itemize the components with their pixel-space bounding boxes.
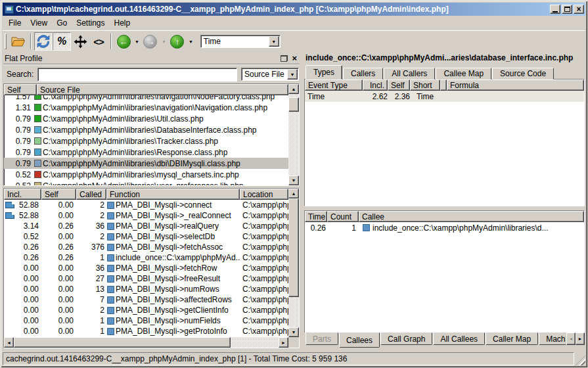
close-button[interactable]: × [574,5,584,14]
column-header-count[interactable]: Count [327,211,359,222]
cycle-event-button[interactable] [34,32,53,51]
forward-button[interactable]: → [141,32,160,51]
column-header-self[interactable]: Self [41,189,76,200]
maximize-button[interactable] [562,5,572,14]
up-dropdown-icon[interactable]: ▼ [187,39,195,44]
function-list-scrollbar[interactable]: ▲ ▼ [288,189,299,337]
tab-callers[interactable]: Callers [343,68,383,80]
scrollbar-thumb[interactable] [288,198,299,297]
file-row[interactable]: 0.52C:\xampp\phpMyAdmin\libraries\mysql_… [4,169,288,180]
file-list-scrollbar[interactable]: ▲ ▼ [288,84,299,185]
menu-settings[interactable]: Settings [72,16,109,30]
tab-scroll-right-icon[interactable]: ► [576,333,585,345]
function-row[interactable]: 0.000.0027PMA_DBI_Mysqli->freeResultC:\x… [4,273,288,284]
menu-view[interactable]: View [26,16,52,30]
toolbar-drag-handle[interactable] [5,34,7,49]
minimize-button[interactable] [550,5,560,14]
file-row[interactable]: 0.52C:\xampp\phpMyAdmin\libraries\user_p… [4,180,288,185]
function-row[interactable]: 52.880.002PMA_DBI_Mysqli->_realConnectC:… [4,210,288,221]
tab-caller-map[interactable]: Caller Map [486,333,538,345]
file-row[interactable]: 0.79C:\xampp\phpMyAdmin\libraries\Tracke… [4,135,288,147]
tab-machine[interactable]: Machine [539,333,566,345]
dock-close-icon[interactable]: × [292,55,297,62]
event-type-row[interactable]: Time2.622.36Time [305,91,584,102]
column-header-callee[interactable]: Callee [359,211,584,222]
menu-file[interactable]: File [4,16,26,30]
scrollbar-thumb[interactable] [288,97,299,112]
function-row[interactable]: 0.000.007PMA_DBI_Mysqli->affectedRowsC:\… [4,294,288,305]
file-row[interactable]: 0.79C:\xampp\phpMyAdmin\libraries\Util.c… [4,113,288,124]
column-header-incl[interactable]: Incl. [363,80,388,91]
back-dropdown-icon[interactable]: ▼ [133,39,141,44]
scroll-left-icon[interactable]: ◄ [4,337,14,348]
dock-titlebar[interactable]: Flat Profile × [3,53,300,64]
column-header-blank[interactable] [440,80,447,91]
function-row[interactable]: 52.880.002PMA_DBI_Mysqli->connectC:\xamp… [4,200,288,210]
angle-brackets-button[interactable]: <> [89,32,108,51]
function-row[interactable]: 0.000.001PMA_DBI_Mysqli->numFieldsC:\xam… [4,315,288,326]
column-header-location[interactable]: Location [240,189,288,200]
column-header-formula[interactable]: Formula [447,80,584,91]
open-file-button[interactable] [9,32,28,51]
resize-grip[interactable] [576,356,585,365]
scroll-up-icon[interactable]: ▲ [288,84,299,94]
function-cell: PMA_DBI_Mysqli->connect [106,200,240,210]
file-row[interactable]: 1.31C:\xampp\phpMyAdmin\libraries\naviga… [4,102,288,113]
column-header-time[interactable]: Time [305,211,327,222]
column-header-function[interactable]: Function [106,189,240,200]
scroll-right-icon[interactable]: ► [279,337,288,348]
scrollbar-track[interactable] [288,297,299,327]
tab-scroll-left-icon[interactable]: ◄ [566,333,576,345]
scrollbar-track[interactable] [231,337,279,348]
function-row[interactable]: 3.140.2636PMA_DBI_Mysqli->realQueryC:\xa… [4,221,288,231]
function-row[interactable]: 0.000.0036PMA_DBI_Mysqli->fetchRowC:\xam… [4,263,288,273]
file-row[interactable]: 0.79C:\xampp\phpMyAdmin\libraries\Databa… [4,124,288,135]
tab-callee-map[interactable]: Callee Map [436,68,491,80]
tab-types[interactable]: Types [305,65,342,80]
scrollbar-thumb[interactable] [14,337,231,348]
scroll-down-icon[interactable]: ▼ [288,175,299,185]
column-header-self[interactable]: Self [4,84,37,95]
scroll-down-icon[interactable]: ▼ [288,327,299,337]
title-bar[interactable]: C:\xampp\tmp\cachegrind.out.1416463299-C… [3,3,585,16]
event-type-combo[interactable]: Time ▼ [200,35,281,48]
function-row[interactable]: 0.000.0013PMA_DBI_Mysqli->numRowsC:\xamp… [4,284,288,294]
column-header-source-file[interactable]: Source File [37,84,288,95]
grouping-combo[interactable]: Source File ▼ [241,68,299,81]
menu-help[interactable]: Help [110,16,135,30]
file-row[interactable]: 0.79C:\xampp\phpMyAdmin\libraries\dbi\DB… [4,158,288,169]
panel-splitter[interactable] [300,52,304,350]
percent-toggle-button[interactable]: % [53,32,71,51]
tab-source-code[interactable]: Source Code [492,68,554,80]
cross-arrows-button[interactable] [71,32,89,51]
function-row[interactable]: 0.260.261include_once::C:\xampp\phpMyAd.… [4,252,288,263]
column-header-self[interactable]: Self [388,80,410,91]
column-header-event-type[interactable]: Event Type [305,80,363,91]
location-cell: C:\xampp\phpMy [240,200,288,210]
callee-row[interactable]: 0.261include_once::C:\xampp\phpMyAdmin\l… [305,222,584,233]
function-list-hscrollbar[interactable]: ◄ ► [4,337,288,348]
function-row[interactable]: 0.000.001PMA_DBI_Mysqli->getProtoInfoC:\… [4,326,288,336]
combo-dropdown-icon[interactable]: ▼ [269,36,279,47]
function-row[interactable]: 0.260.26376PMA_DBI_Mysqli->fetchAssocC:\… [4,242,288,252]
scrollbar-track[interactable] [288,112,299,175]
back-button[interactable]: ← [114,32,133,51]
tab-all-callers[interactable]: All Callers [384,68,435,80]
search-input[interactable] [37,68,237,81]
incl-cell: 0.26 [4,253,41,262]
menu-go[interactable]: Go [52,16,72,30]
function-row[interactable]: 0.000.002PMA_DBI_Mysqli->getClientInfoC:… [4,305,288,315]
column-header-called[interactable]: Called [76,189,106,200]
tab-callees[interactable]: Callees [339,333,380,348]
column-header-short[interactable]: Short [410,80,440,91]
file-row[interactable]: 1.57C:\xampp\phpMyAdmin\libraries\naviga… [4,95,288,102]
tab-call-graph[interactable]: Call Graph [380,333,432,345]
tab-all-callees[interactable]: All Callees [433,333,485,345]
file-row[interactable]: 0.79C:\xampp\phpMyAdmin\libraries\Respon… [4,147,288,158]
combo-dropdown-icon[interactable]: ▼ [287,69,298,80]
column-header-incl[interactable]: Incl. [4,189,41,200]
up-button[interactable]: ↑ [168,32,187,51]
dock-float-icon[interactable] [281,55,288,62]
function-row[interactable]: 0.520.002PMA_DBI_Mysqli->selectDbC:\xamp… [4,231,288,242]
scroll-up-icon[interactable]: ▲ [288,189,299,198]
